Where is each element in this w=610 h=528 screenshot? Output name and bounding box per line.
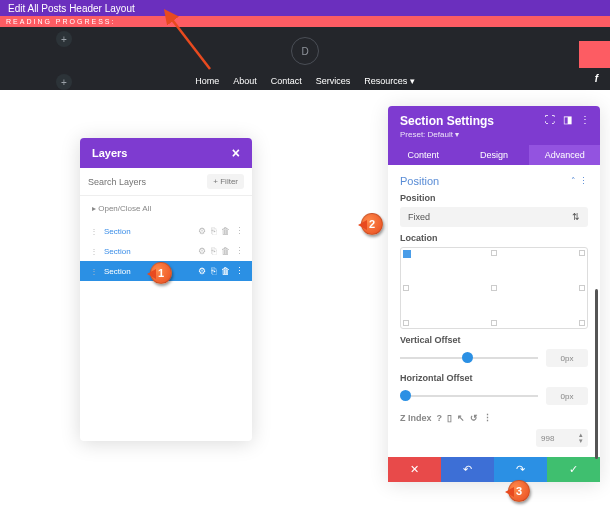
location-handle[interactable] [403,320,409,326]
open-close-all[interactable]: ▸ Open/Close All [80,196,252,221]
slider-thumb[interactable] [462,352,473,363]
trash-icon[interactable]: 🗑 [221,266,230,276]
snap-icon[interactable]: ◨ [563,114,572,125]
location-handle[interactable] [491,320,497,326]
add-section-button[interactable]: + [56,31,72,47]
header-accent [579,41,610,68]
stepper-icon[interactable]: ▴▾ [579,432,583,444]
gear-icon[interactable]: ⚙ [198,246,206,256]
voffset-slider-row: 0px [400,349,588,367]
cancel-button[interactable]: ✕ [388,457,441,482]
voffset-label: Vertical Offset [400,335,588,345]
settings-preset[interactable]: Preset: Default ▾ [400,130,588,139]
annotation-marker-1: 1 [150,262,172,284]
facebook-icon[interactable]: f [595,73,598,84]
filter-button[interactable]: + Filter [207,174,244,189]
drag-icon: ⋮ [90,247,98,256]
location-label: Location [400,233,588,243]
reading-progress-bar: READING PROGRESS: [0,16,610,27]
location-handle[interactable] [491,285,497,291]
help-icon[interactable]: ? [437,413,443,423]
more-icon[interactable]: ⋮ [483,413,492,423]
hoffset-slider[interactable] [400,395,538,397]
zindex-row: Z Index ? ▯ ↖ ↺ ⋮ [400,413,588,423]
settings-tabs: Content Design Advanced [388,145,600,165]
annotation-marker-3: 3 [508,480,530,502]
duplicate-icon[interactable]: ⎘ [211,266,216,276]
gear-icon[interactable]: ⚙ [198,266,206,276]
close-icon[interactable]: × [232,145,240,161]
section-settings-panel: Section Settings Preset: Default ▾ ⛶ ◨ ⋮… [388,106,600,482]
layer-section-1[interactable]: ⋮ Section ⚙⎘🗑⋮ [80,221,252,241]
layers-header: Layers × [80,138,252,168]
layers-panel: Layers × + Filter ▸ Open/Close All ⋮ Sec… [80,138,252,441]
location-handle[interactable] [579,320,585,326]
top-bar-title: Edit All Posts Header Layout [8,3,135,14]
nav-contact[interactable]: Contact [271,76,302,86]
drag-icon: ⋮ [90,227,98,236]
layers-title: Layers [92,147,127,159]
location-handle[interactable] [579,285,585,291]
trash-icon[interactable]: 🗑 [221,226,230,236]
hoffset-value[interactable]: 0px [546,387,588,405]
gear-icon[interactable]: ⚙ [198,226,206,236]
site-logo: D [291,37,319,65]
location-handle[interactable] [579,250,585,256]
expand-icon[interactable]: ⛶ [545,114,555,125]
progress-label: READING PROGRESS: [6,18,115,25]
select-arrows-icon: ⇅ [572,212,580,222]
hoffset-slider-row: 0px [400,387,588,405]
search-input[interactable] [88,177,201,187]
duplicate-icon[interactable]: ⎘ [211,246,216,256]
main-nav: Home About Contact Services Resources ▾ [195,76,415,86]
chevron-up-icon: ˄ ⋮ [571,176,588,186]
zindex-input[interactable]: 998▴▾ [536,429,588,447]
position-group-toggle[interactable]: Position ˄ ⋮ [400,175,588,187]
hover-icon[interactable]: ↖ [457,413,465,423]
save-button[interactable]: ✓ [547,457,600,482]
chevron-down-icon: ▾ [410,76,415,86]
add-section-button-2[interactable]: + [56,74,72,90]
tab-advanced[interactable]: Advanced [529,145,600,165]
location-handle-active[interactable] [403,250,411,258]
slider-thumb[interactable] [400,390,411,401]
nav-about[interactable]: About [233,76,257,86]
location-handle[interactable] [491,250,497,256]
more-icon[interactable]: ⋮ [235,246,244,256]
location-picker[interactable] [400,247,588,329]
nav-services[interactable]: Services [316,76,351,86]
nav-resources[interactable]: Resources ▾ [364,76,415,86]
top-bar: Edit All Posts Header Layout [0,0,610,16]
mobile-icon[interactable]: ▯ [447,413,452,423]
reset-icon[interactable]: ↺ [470,413,478,423]
voffset-value[interactable]: 0px [546,349,588,367]
hoffset-label: Horizontal Offset [400,373,588,383]
nav-home[interactable]: Home [195,76,219,86]
site-header: + D + Home About Contact Services Resour… [0,27,610,90]
more-icon[interactable]: ⋮ [235,226,244,236]
settings-header: Section Settings Preset: Default ▾ ⛶ ◨ ⋮ [388,106,600,145]
trash-icon[interactable]: 🗑 [221,246,230,256]
location-handle[interactable] [403,285,409,291]
redo-button[interactable]: ↷ [494,457,547,482]
settings-body: Position ˄ ⋮ Position Fixed⇅ Location Ve… [388,165,600,457]
tab-content[interactable]: Content [388,145,459,165]
annotation-marker-2: 2 [361,213,383,235]
position-select[interactable]: Fixed⇅ [400,207,588,227]
tab-design[interactable]: Design [459,145,530,165]
more-icon[interactable]: ⋮ [235,266,244,276]
settings-footer: ✕ ↶ ↷ ✓ [388,457,600,482]
layer-section-2[interactable]: ⋮ Section ⚙⎘🗑⋮ [80,241,252,261]
more-icon[interactable]: ⋮ [580,114,590,125]
drag-icon: ⋮ [90,267,98,276]
scrollbar[interactable] [595,289,598,459]
position-label: Position [400,193,588,203]
voffset-slider[interactable] [400,357,538,359]
layers-search-row: + Filter [80,168,252,196]
undo-button[interactable]: ↶ [441,457,494,482]
duplicate-icon[interactable]: ⎘ [211,226,216,236]
